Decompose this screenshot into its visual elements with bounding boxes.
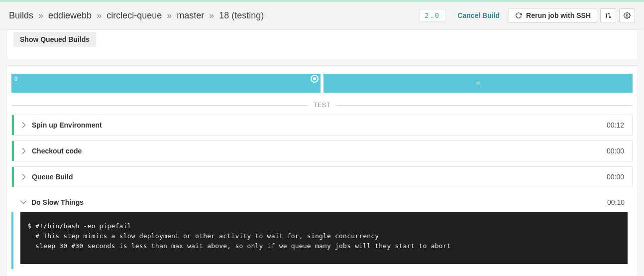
chevron-right-icon: » — [38, 10, 43, 21]
version-badge: 2.0 — [419, 9, 445, 22]
plus-icon: + — [476, 79, 480, 88]
status-indicator-success — [12, 167, 14, 187]
breadcrumb-repo[interactable]: circleci-queue — [107, 10, 162, 21]
queued-panel: Show Queued Builds — [6, 29, 638, 59]
breadcrumb: Builds » eddiewebb » circleci-queue » ma… — [9, 10, 264, 21]
step-do-slow-things: Do Slow Things 00:10 $ #!/bin/bash -eo p… — [11, 192, 633, 269]
step-time: 00:00 — [607, 147, 632, 155]
header-bar: Builds » eddiewebb » circleci-queue » ma… — [0, 2, 644, 29]
record-icon — [312, 76, 318, 82]
rerun-ssh-label: Rerun job with SSH — [526, 11, 591, 19]
step-header[interactable]: Do Slow Things 00:10 — [11, 192, 633, 212]
status-indicator-success — [12, 115, 14, 135]
breadcrumb-build: 18 (testing) — [219, 10, 264, 21]
chevron-down-icon — [19, 198, 27, 206]
rerun-ssh-button[interactable]: Rerun job with SSH — [509, 8, 597, 23]
breadcrumb-org[interactable]: eddiewebb — [48, 10, 92, 21]
step-title: Checkout code — [32, 141, 82, 161]
chevron-right-icon — [20, 121, 28, 129]
chevron-right-icon — [20, 147, 28, 155]
breadcrumb-builds[interactable]: Builds — [9, 10, 33, 21]
chevron-right-icon: » — [97, 10, 102, 21]
svg-point-3 — [626, 14, 628, 16]
chevron-right-icon: » — [167, 10, 172, 21]
gear-icon — [624, 12, 631, 19]
segment-0-label: 0 — [14, 76, 17, 82]
pull-request-icon — [605, 12, 612, 19]
step-time: 00:00 — [607, 173, 632, 181]
step-spin-up[interactable]: Spin up Environment 00:12 — [11, 115, 633, 136]
status-indicator-success — [12, 141, 14, 161]
step-queue-build[interactable]: Queue Build 00:00 — [11, 166, 633, 187]
step-time: 00:10 — [607, 198, 633, 206]
section-divider: TEST — [11, 102, 633, 109]
pull-request-button[interactable] — [600, 8, 616, 22]
cancel-build-link[interactable]: Cancel Build — [457, 11, 500, 19]
step-title: Do Slow Things — [31, 192, 84, 212]
step-checkout[interactable]: Checkout code 00:00 — [11, 140, 633, 161]
segment-0[interactable]: 0 — [11, 74, 321, 93]
segment-add[interactable]: + — [323, 74, 633, 93]
refresh-icon — [515, 12, 522, 19]
console-output: $ #!/bin/bash -eo pipefail # This step m… — [20, 212, 628, 264]
segment-bar: 0 + — [6, 74, 638, 93]
settings-button[interactable] — [619, 8, 635, 22]
step-time: 00:12 — [607, 121, 632, 129]
section-label: TEST — [308, 102, 337, 109]
chevron-right-icon: » — [209, 10, 214, 21]
step-list: Spin up Environment 00:12 Checkout code … — [6, 115, 638, 269]
breadcrumb-branch[interactable]: master — [177, 10, 204, 21]
step-title: Queue Build — [32, 167, 73, 187]
chevron-right-icon — [20, 173, 28, 181]
show-queued-button[interactable]: Show Queued Builds — [13, 32, 96, 47]
build-panel: 0 + TEST Spin up Environment 00:12 Check… — [6, 65, 638, 276]
step-title: Spin up Environment — [32, 115, 102, 135]
